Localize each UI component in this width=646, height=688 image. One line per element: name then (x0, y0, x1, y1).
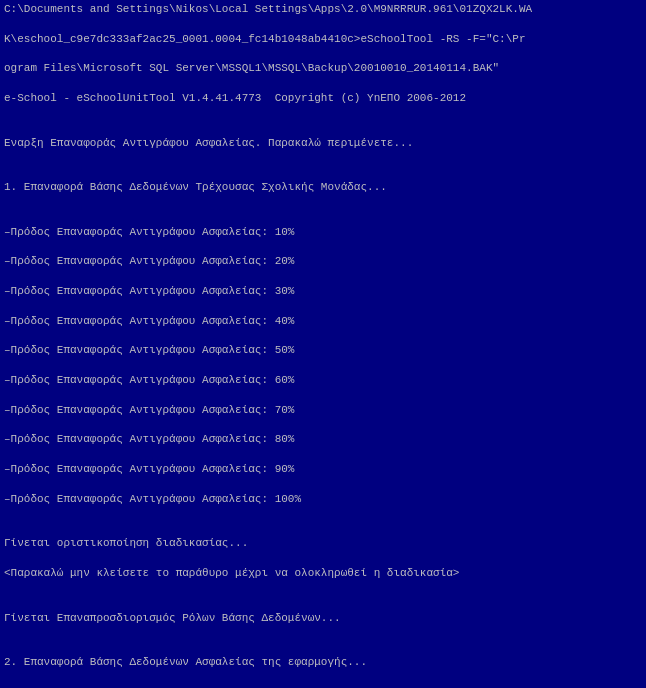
terminal-line: –Πρόδος Επαναφοράς Αντιγράφου Ασφαλείας:… (4, 432, 642, 447)
terminal-line: K\eschool_c9e7dc333af2ac25_0001.0004_fc1… (4, 32, 642, 47)
terminal-line: 2. Επαναφορά Βάσης Δεδομένων Ασφαλείας τ… (4, 655, 642, 670)
terminal-line: –Πρόδος Επαναφοράς Αντιγράφου Ασφαλείας:… (4, 314, 642, 329)
terminal-line: –Πρόδος Επαναφοράς Αντιγράφου Ασφαλείας:… (4, 225, 642, 240)
terminal-line: ogram Files\Microsoft SQL Server\MSSQL1\… (4, 61, 642, 76)
terminal-line: –Πρόδος Επαναφοράς Αντιγράφου Ασφαλείας:… (4, 254, 642, 269)
terminal-line: 1. Επαναφορά Βάσης Δεδομένων Τρέχουσας Σ… (4, 180, 642, 195)
terminal-line: –Πρόδος Επαναφοράς Αντιγράφου Ασφαλείας:… (4, 284, 642, 299)
terminal-line: –Πρόδος Επαναφοράς Αντιγράφου Ασφαλείας:… (4, 492, 642, 507)
terminal-line: –Πρόδος Επαναφοράς Αντιγράφου Ασφαλείας:… (4, 403, 642, 418)
terminal-line: <Παρακαλώ μην κλείσετε το παράθυρο μέχρι… (4, 566, 642, 581)
terminal-line: Εναρξη Επαναφοράς Αντιγράφου Ασφαλείας. … (4, 136, 642, 151)
terminal-line: Γίνεται οριστικοποίηση διαδικασίας... (4, 536, 642, 551)
terminal-line: –Πρόδος Επαναφοράς Αντιγράφου Ασφαλείας:… (4, 373, 642, 388)
terminal-line: C:\Documents and Settings\Nikos\Local Se… (4, 2, 642, 17)
terminal-line: –Πρόδος Επαναφοράς Αντιγράφου Ασφαλείας:… (4, 343, 642, 358)
terminal-window[interactable]: C:\Documents and Settings\Nikos\Local Se… (0, 0, 646, 688)
terminal-line: e-School - eSchoolUnitTool V1.4.41.4773 … (4, 91, 642, 106)
terminal-line: Γίνεται Επαναπροσδιορισμός Ρόλων Βάσης Δ… (4, 611, 642, 626)
terminal-line: –Πρόδος Επαναφοράς Αντιγράφου Ασφαλείας:… (4, 462, 642, 477)
